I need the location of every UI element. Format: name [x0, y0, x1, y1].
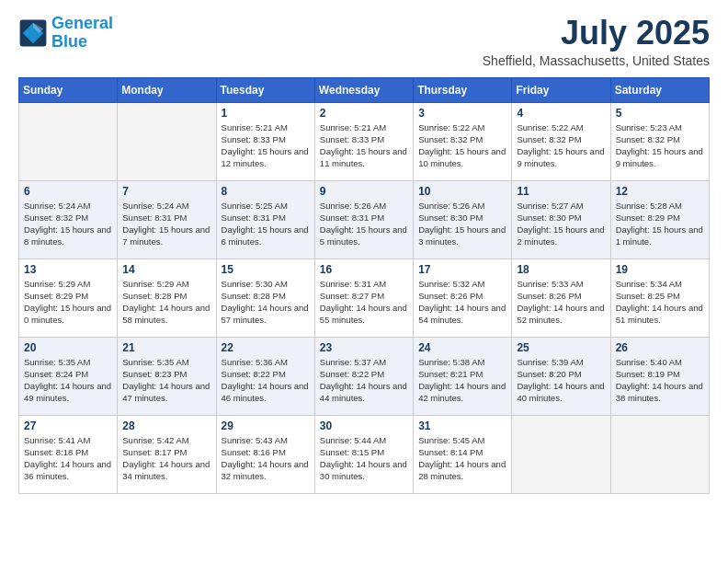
day-number: 7	[122, 185, 210, 198]
logo-line1: General	[51, 14, 113, 32]
table-cell: 16Sunrise: 5:31 AMSunset: 8:27 PMDayligh…	[314, 259, 413, 337]
day-number: 29	[222, 419, 310, 432]
day-info: Sunrise: 5:24 AMSunset: 8:32 PMDaylight:…	[24, 200, 112, 248]
table-cell: 24Sunrise: 5:38 AMSunset: 8:21 PMDayligh…	[414, 337, 512, 415]
day-info: Sunrise: 5:27 AMSunset: 8:30 PMDaylight:…	[517, 200, 605, 248]
day-info: Sunrise: 5:23 AMSunset: 8:32 PMDaylight:…	[616, 121, 704, 170]
table-cell: 5Sunrise: 5:23 AMSunset: 8:32 PMDaylight…	[610, 102, 709, 180]
col-wednesday: Wednesday	[314, 77, 413, 102]
col-monday: Monday	[118, 77, 216, 102]
col-saturday: Saturday	[610, 77, 709, 102]
day-info: Sunrise: 5:26 AMSunset: 8:30 PMDaylight:…	[418, 200, 506, 248]
day-number: 15	[222, 263, 310, 276]
header: General Blue July 2025 Sheffield, Massac…	[18, 15, 710, 68]
day-number: 10	[418, 185, 506, 198]
day-number: 14	[122, 263, 210, 276]
day-info: Sunrise: 5:45 AMSunset: 8:14 PMDaylight:…	[418, 434, 506, 483]
table-cell: 11Sunrise: 5:27 AMSunset: 8:30 PMDayligh…	[512, 180, 610, 259]
day-number: 18	[517, 263, 605, 276]
table-cell: 17Sunrise: 5:32 AMSunset: 8:26 PMDayligh…	[414, 259, 512, 337]
calendar-week-row: 6Sunrise: 5:24 AMSunset: 8:32 PMDaylight…	[19, 180, 710, 259]
day-number: 4	[517, 107, 605, 120]
day-info: Sunrise: 5:44 AMSunset: 8:15 PMDaylight:…	[320, 434, 408, 483]
table-cell: 2Sunrise: 5:21 AMSunset: 8:33 PMDaylight…	[314, 102, 413, 180]
day-number: 2	[320, 107, 408, 120]
day-number: 31	[418, 419, 506, 432]
day-number: 16	[320, 263, 408, 276]
table-cell: 21Sunrise: 5:35 AMSunset: 8:23 PMDayligh…	[118, 337, 216, 415]
day-info: Sunrise: 5:42 AMSunset: 8:17 PMDaylight:…	[122, 434, 210, 483]
table-cell: 1Sunrise: 5:21 AMSunset: 8:33 PMDaylight…	[216, 102, 314, 180]
day-info: Sunrise: 5:31 AMSunset: 8:27 PMDaylight:…	[320, 278, 408, 327]
day-number: 1	[222, 107, 310, 120]
logo: General Blue	[18, 15, 113, 52]
day-info: Sunrise: 5:29 AMSunset: 8:28 PMDaylight:…	[122, 278, 210, 327]
day-info: Sunrise: 5:29 AMSunset: 8:29 PMDaylight:…	[24, 278, 112, 327]
calendar-week-row: 27Sunrise: 5:41 AMSunset: 8:18 PMDayligh…	[19, 415, 710, 493]
calendar-table: Sunday Monday Tuesday Wednesday Thursday…	[18, 77, 710, 494]
day-info: Sunrise: 5:39 AMSunset: 8:20 PMDaylight:…	[517, 356, 605, 405]
day-info: Sunrise: 5:37 AMSunset: 8:22 PMDaylight:…	[320, 356, 408, 405]
table-cell	[512, 415, 610, 493]
day-info: Sunrise: 5:25 AMSunset: 8:31 PMDaylight:…	[222, 200, 310, 248]
day-info: Sunrise: 5:30 AMSunset: 8:28 PMDaylight:…	[222, 278, 310, 327]
title-area: July 2025 Sheffield, Massachusetts, Unit…	[483, 15, 710, 68]
table-cell: 10Sunrise: 5:26 AMSunset: 8:30 PMDayligh…	[414, 180, 512, 259]
day-info: Sunrise: 5:24 AMSunset: 8:31 PMDaylight:…	[122, 200, 210, 248]
table-cell: 19Sunrise: 5:34 AMSunset: 8:25 PMDayligh…	[610, 259, 709, 337]
col-friday: Friday	[512, 77, 610, 102]
table-cell: 22Sunrise: 5:36 AMSunset: 8:22 PMDayligh…	[216, 337, 314, 415]
day-number: 9	[320, 185, 408, 198]
table-cell: 4Sunrise: 5:22 AMSunset: 8:32 PMDaylight…	[512, 102, 610, 180]
table-cell	[19, 102, 118, 180]
table-cell: 8Sunrise: 5:25 AMSunset: 8:31 PMDaylight…	[216, 180, 314, 259]
day-info: Sunrise: 5:21 AMSunset: 8:33 PMDaylight:…	[222, 121, 310, 170]
day-info: Sunrise: 5:36 AMSunset: 8:22 PMDaylight:…	[222, 356, 310, 405]
table-cell: 26Sunrise: 5:40 AMSunset: 8:19 PMDayligh…	[610, 337, 709, 415]
table-cell: 3Sunrise: 5:22 AMSunset: 8:32 PMDaylight…	[414, 102, 512, 180]
day-info: Sunrise: 5:38 AMSunset: 8:21 PMDaylight:…	[418, 356, 506, 405]
day-number: 12	[616, 185, 704, 198]
day-info: Sunrise: 5:22 AMSunset: 8:32 PMDaylight:…	[418, 121, 506, 170]
day-number: 26	[616, 341, 704, 354]
day-number: 3	[418, 107, 506, 120]
page-container: General Blue July 2025 Sheffield, Massac…	[0, 0, 728, 509]
header-row: Sunday Monday Tuesday Wednesday Thursday…	[19, 77, 710, 102]
table-cell: 14Sunrise: 5:29 AMSunset: 8:28 PMDayligh…	[118, 259, 216, 337]
day-number: 22	[222, 341, 310, 354]
table-cell: 20Sunrise: 5:35 AMSunset: 8:24 PMDayligh…	[19, 337, 118, 415]
col-sunday: Sunday	[19, 77, 118, 102]
table-cell: 6Sunrise: 5:24 AMSunset: 8:32 PMDaylight…	[19, 180, 118, 259]
table-cell: 30Sunrise: 5:44 AMSunset: 8:15 PMDayligh…	[314, 415, 413, 493]
table-cell: 29Sunrise: 5:43 AMSunset: 8:16 PMDayligh…	[216, 415, 314, 493]
table-cell: 23Sunrise: 5:37 AMSunset: 8:22 PMDayligh…	[314, 337, 413, 415]
calendar-week-row: 1Sunrise: 5:21 AMSunset: 8:33 PMDaylight…	[19, 102, 710, 180]
day-number: 19	[616, 263, 704, 276]
calendar-week-row: 13Sunrise: 5:29 AMSunset: 8:29 PMDayligh…	[19, 259, 710, 337]
month-title: July 2025	[483, 15, 710, 52]
table-cell: 9Sunrise: 5:26 AMSunset: 8:31 PMDaylight…	[314, 180, 413, 259]
day-info: Sunrise: 5:43 AMSunset: 8:16 PMDaylight:…	[222, 434, 310, 483]
table-cell: 27Sunrise: 5:41 AMSunset: 8:18 PMDayligh…	[19, 415, 118, 493]
day-number: 8	[222, 185, 310, 198]
day-number: 28	[122, 419, 210, 432]
logo-icon	[18, 18, 48, 48]
table-cell: 7Sunrise: 5:24 AMSunset: 8:31 PMDaylight…	[118, 180, 216, 259]
col-thursday: Thursday	[414, 77, 512, 102]
table-cell: 12Sunrise: 5:28 AMSunset: 8:29 PMDayligh…	[610, 180, 709, 259]
logo-line2: Blue	[51, 32, 87, 51]
day-number: 23	[320, 341, 408, 354]
table-cell	[118, 102, 216, 180]
day-number: 5	[616, 107, 704, 120]
day-info: Sunrise: 5:35 AMSunset: 8:23 PMDaylight:…	[122, 356, 210, 405]
day-info: Sunrise: 5:21 AMSunset: 8:33 PMDaylight:…	[320, 121, 408, 170]
day-number: 13	[24, 263, 112, 276]
day-info: Sunrise: 5:33 AMSunset: 8:26 PMDaylight:…	[517, 278, 605, 327]
day-info: Sunrise: 5:34 AMSunset: 8:25 PMDaylight:…	[616, 278, 704, 327]
day-number: 21	[122, 341, 210, 354]
table-cell: 25Sunrise: 5:39 AMSunset: 8:20 PMDayligh…	[512, 337, 610, 415]
day-info: Sunrise: 5:32 AMSunset: 8:26 PMDaylight:…	[418, 278, 506, 327]
table-cell: 31Sunrise: 5:45 AMSunset: 8:14 PMDayligh…	[414, 415, 512, 493]
day-info: Sunrise: 5:28 AMSunset: 8:29 PMDaylight:…	[616, 200, 704, 248]
table-cell: 15Sunrise: 5:30 AMSunset: 8:28 PMDayligh…	[216, 259, 314, 337]
